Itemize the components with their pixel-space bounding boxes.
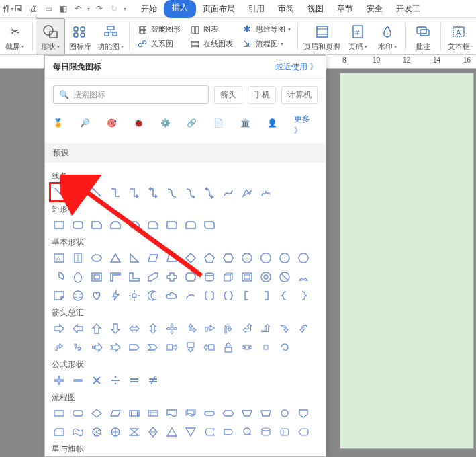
shape-snip2[interactable] — [108, 218, 123, 233]
shape-lbracket[interactable] — [240, 288, 254, 303]
shape-freeform-curve[interactable] — [221, 185, 236, 200]
shape-arrow-uturn[interactable] — [221, 321, 236, 336]
shape-parallelogram[interactable] — [146, 251, 160, 265]
shape-pie[interactable] — [52, 269, 66, 284]
shape-decagon[interactable] — [277, 251, 292, 265]
shape-lshape[interactable] — [127, 269, 142, 284]
tab-security[interactable]: 安全 — [360, 0, 389, 18]
shape-curve-double[interactable] — [202, 185, 217, 200]
ribbon-shapes[interactable]: 形状▾ — [36, 18, 65, 54]
shape-flow-data[interactable] — [108, 406, 123, 421]
shape-halfframe[interactable] — [108, 269, 123, 284]
shape-elbow-double[interactable] — [146, 185, 160, 200]
shape-flow-prep[interactable] — [221, 406, 236, 421]
shape-arrow-striped[interactable] — [89, 340, 104, 355]
tab-page-layout[interactable]: 页面布局 — [196, 0, 242, 18]
shape-heptagon[interactable] — [240, 251, 254, 265]
shape-flow-tape[interactable] — [70, 425, 85, 440]
redo-icon[interactable]: ↷ — [94, 3, 105, 14]
shape-arrow-u[interactable] — [89, 321, 104, 336]
shape-arrow-curvd[interactable] — [70, 340, 85, 355]
ribbon-relation[interactable]: ☍关系图 — [136, 38, 181, 50]
shape-arrow-lr[interactable] — [127, 321, 142, 336]
shape-flow-diracc[interactable] — [277, 425, 292, 440]
shape-flow-process[interactable] — [52, 406, 66, 421]
shape-arrow-pentagon[interactable] — [127, 340, 142, 355]
shape-nosymbol[interactable] — [277, 269, 292, 284]
shape-freeform[interactable] — [240, 185, 254, 200]
shape-multiply[interactable] — [89, 373, 104, 388]
shape-frame[interactable] — [89, 269, 104, 284]
shape-textbox[interactable]: A — [52, 251, 66, 265]
tab-reference[interactable]: 引用 — [242, 0, 271, 18]
tag-arrow[interactable]: 箭头 — [214, 86, 242, 104]
shape-snip-diag[interactable] — [127, 218, 142, 233]
cat-building-icon[interactable]: 🏛️ — [240, 118, 252, 132]
ribbon-header-footer[interactable]: 页眉和页脚 — [301, 18, 343, 54]
shape-cube[interactable] — [221, 269, 236, 284]
document-page[interactable] — [340, 73, 474, 449]
shape-dodecagon[interactable] — [296, 251, 311, 265]
print-direct-icon[interactable]: 🖨 — [28, 3, 39, 14]
shape-smiley[interactable] — [70, 288, 85, 303]
shape-sun[interactable] — [127, 288, 142, 303]
shape-minus[interactable] — [70, 373, 85, 388]
shape-callout-quad[interactable] — [258, 340, 273, 355]
shape-foldedcorner[interactable] — [52, 288, 66, 303]
ribbon-flowchart[interactable]: ⇲流程图▾ — [241, 38, 291, 50]
shape-sniprnd[interactable] — [146, 218, 160, 233]
qat-overflow-icon[interactable]: ▾ — [124, 6, 126, 12]
shape-octagon[interactable] — [258, 251, 273, 265]
shape-line-double-arrow[interactable] — [89, 185, 104, 200]
cat-globe-icon[interactable]: 🔎 — [80, 118, 92, 132]
cat-network-icon[interactable]: 🔗 — [187, 118, 199, 132]
undo-icon[interactable]: ↶ — [73, 3, 83, 14]
shape-curve-arrow[interactable] — [183, 185, 198, 200]
shapes-scroll[interactable]: 线条 矩形 基本形状 A — [45, 163, 326, 456]
shape-arrow-r[interactable] — [52, 321, 66, 336]
shape-flow-delay[interactable] — [221, 425, 236, 440]
shape-divide[interactable] — [108, 373, 123, 388]
ribbon-comment[interactable]: 批注 — [408, 18, 438, 54]
shape-cross[interactable] — [164, 269, 179, 284]
shape-curve[interactable] — [164, 185, 179, 200]
shape-rtriangle[interactable] — [127, 251, 142, 265]
shape-elbow-arrow[interactable] — [127, 185, 142, 200]
shape-flow-manual[interactable] — [240, 406, 254, 421]
shape-flow-seqacc[interactable] — [240, 425, 254, 440]
shape-moon[interactable] — [146, 288, 160, 303]
shape-callout-u[interactable] — [221, 340, 236, 355]
shape-arc[interactable] — [183, 288, 198, 303]
shape-snip1[interactable] — [89, 218, 104, 233]
shape-arrow-lup[interactable] — [240, 321, 254, 336]
shape-flow-terminator[interactable] — [202, 406, 217, 421]
shape-lbrace[interactable] — [277, 288, 292, 303]
shape-flow-sort[interactable] — [146, 425, 160, 440]
cat-head-icon[interactable]: 👤 — [267, 118, 279, 132]
shape-arrow-lur[interactable] — [183, 321, 198, 336]
shape-rbrace[interactable] — [296, 288, 311, 303]
shape-arrow-d[interactable] — [108, 321, 123, 336]
shape-arrow-ud[interactable] — [146, 321, 160, 336]
tab-dev[interactable]: 开发工 — [389, 0, 427, 18]
shape-line-arrow[interactable] — [70, 185, 85, 200]
shape-circular[interactable] — [277, 340, 292, 355]
shape-brace[interactable] — [221, 288, 236, 303]
tag-phone[interactable]: 手机 — [248, 86, 276, 104]
shape-trapezoid[interactable] — [164, 251, 179, 265]
shape-flow-doc[interactable] — [164, 406, 179, 421]
ribbon-mindmap[interactable]: ✱思维导图▾ — [241, 23, 291, 35]
shape-flow-manualop[interactable] — [258, 406, 273, 421]
shape-callout-lr[interactable] — [240, 340, 254, 355]
shape-flow-card[interactable] — [52, 425, 66, 440]
print-preview-icon[interactable]: ▭ — [43, 3, 54, 14]
shape-rbracket[interactable] — [258, 288, 273, 303]
shape-round2same[interactable] — [183, 218, 198, 233]
shape-scribble[interactable] — [258, 185, 273, 200]
shape-flow-connector[interactable] — [277, 406, 292, 421]
shape-oval[interactable] — [89, 251, 104, 265]
shape-diamond[interactable] — [183, 251, 198, 265]
recent-link[interactable]: 最近使用 》 — [275, 61, 318, 73]
shape-elbow[interactable] — [108, 185, 123, 200]
shape-arrow-curvu[interactable] — [52, 340, 66, 355]
